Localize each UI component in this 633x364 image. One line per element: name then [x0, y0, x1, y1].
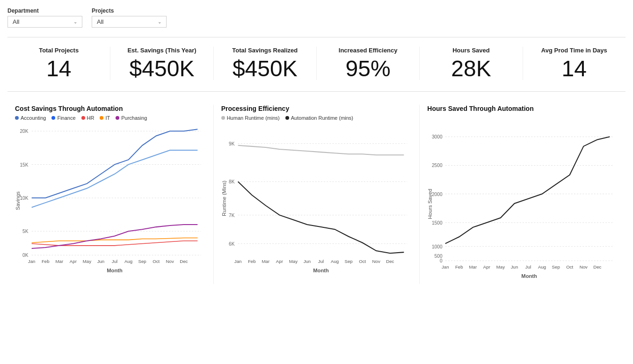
svg-text:Apr: Apr — [276, 259, 283, 264]
svg-text:0: 0 — [440, 258, 443, 263]
kpi-increased-efficiency-label: Increased Efficiency — [339, 47, 398, 54]
svg-text:20K: 20K — [20, 129, 28, 134]
svg-text:Nov: Nov — [580, 264, 588, 269]
finance-dot-icon — [51, 116, 55, 120]
legend-automation-runtime-label: Automation Runtime (mins) — [291, 115, 353, 121]
kpi-total-savings-realized-label: Total Savings Realized — [232, 47, 298, 54]
svg-text:Runtime (Mins): Runtime (Mins) — [221, 181, 227, 216]
dashboard: Department All ⌄ Projects All ⌄ Total Pr… — [0, 0, 633, 364]
kpi-hours-saved-label: Hours Saved — [452, 47, 489, 54]
svg-text:Apr: Apr — [70, 259, 77, 264]
department-select[interactable]: All ⌄ — [7, 16, 82, 28]
svg-text:Jun: Jun — [303, 259, 311, 264]
it-dot-icon — [100, 116, 103, 120]
svg-text:Oct: Oct — [153, 259, 160, 264]
legend-finance: Finance — [51, 115, 75, 121]
projects-label: Projects — [92, 7, 167, 14]
svg-text:May: May — [496, 264, 505, 269]
legend-hr-label: HR — [87, 115, 95, 121]
legend-purchasing: Purchasing — [116, 115, 147, 121]
cost-savings-chart: Cost Savings Through Automation Accounti… — [7, 105, 214, 284]
cost-savings-title: Cost Savings Through Automation — [15, 105, 206, 112]
svg-text:Jun: Jun — [97, 259, 105, 264]
department-filter-group: Department All ⌄ — [7, 7, 82, 28]
kpi-avg-prod-time-value: 14 — [562, 58, 587, 80]
svg-text:Dec: Dec — [386, 259, 394, 264]
projects-chevron-icon: ⌄ — [158, 19, 161, 24]
svg-text:Aug: Aug — [331, 259, 339, 264]
svg-text:0K: 0K — [22, 253, 29, 258]
svg-text:Oct: Oct — [567, 264, 574, 269]
svg-text:Sep: Sep — [138, 259, 146, 264]
svg-text:Apr: Apr — [483, 264, 491, 269]
kpi-hours-saved-value: 28K — [451, 58, 491, 80]
svg-text:9K: 9K — [229, 141, 235, 146]
kpi-est-savings-value: $450K — [130, 58, 195, 80]
accounting-dot-icon — [15, 116, 19, 120]
svg-text:Mar: Mar — [469, 264, 477, 269]
cost-savings-legend: Accounting Finance HR IT Purchasing — [15, 115, 206, 121]
svg-text:Aug: Aug — [538, 264, 546, 269]
svg-text:Mar: Mar — [55, 259, 63, 264]
kpi-increased-efficiency-value: 95% — [346, 58, 391, 80]
filters-row: Department All ⌄ Projects All ⌄ — [7, 7, 626, 28]
svg-text:Month: Month — [107, 268, 123, 273]
svg-text:10K: 10K — [20, 196, 28, 201]
charts-row: Cost Savings Through Automation Accounti… — [7, 105, 626, 284]
svg-text:Feb: Feb — [455, 264, 463, 269]
kpi-hours-saved: Hours Saved 28K — [420, 47, 523, 80]
legend-it-label: IT — [105, 115, 110, 121]
svg-text:15K: 15K — [20, 162, 28, 167]
svg-text:Month: Month — [522, 273, 538, 279]
svg-text:Month: Month — [313, 268, 329, 273]
legend-human-runtime: Human Runtime (mins) — [221, 115, 280, 121]
svg-text:Feb: Feb — [248, 259, 256, 264]
svg-text:May: May — [83, 259, 91, 264]
legend-accounting: Accounting — [15, 115, 46, 121]
svg-text:Jul: Jul — [112, 259, 117, 264]
svg-text:Jul: Jul — [318, 259, 323, 264]
kpi-total-savings-realized: Total Savings Realized $450K — [214, 47, 317, 80]
legend-human-runtime-label: Human Runtime (mins) — [227, 115, 280, 121]
svg-text:Sep: Sep — [344, 259, 352, 264]
kpi-est-savings-label: Est. Savings (This Year) — [127, 47, 196, 54]
svg-text:1000: 1000 — [432, 244, 443, 249]
svg-text:5K: 5K — [22, 229, 29, 234]
svg-text:Sep: Sep — [552, 264, 560, 269]
legend-finance-label: Finance — [57, 115, 75, 121]
legend-accounting-label: Accounting — [21, 115, 46, 121]
svg-text:2500: 2500 — [432, 163, 443, 168]
processing-efficiency-chart: Processing Efficiency Human Runtime (min… — [214, 105, 420, 284]
purchasing-dot-icon — [116, 116, 119, 120]
svg-text:1500: 1500 — [432, 220, 443, 226]
department-chevron-icon: ⌄ — [73, 19, 77, 24]
processing-efficiency-chart-area: 9K 8K 7K 6K Runtime (Mins) — [221, 124, 412, 278]
projects-value: All — [97, 18, 103, 25]
legend-automation-runtime: Automation Runtime (mins) — [285, 115, 353, 121]
kpi-row: Total Projects 14 Est. Savings (This Yea… — [7, 37, 626, 92]
svg-text:Dec: Dec — [180, 259, 188, 264]
legend-purchasing-label: Purchasing — [121, 115, 147, 121]
projects-select[interactable]: All ⌄ — [92, 16, 167, 28]
hours-saved-title: Hours Saved Through Automation — [427, 105, 618, 112]
human-runtime-dot-icon — [221, 116, 225, 120]
svg-text:7K: 7K — [229, 213, 235, 218]
hours-saved-legend — [427, 115, 618, 126]
svg-text:Jun: Jun — [511, 264, 518, 269]
svg-text:Nov: Nov — [372, 259, 380, 264]
svg-text:Savings: Savings — [15, 191, 21, 210]
svg-text:May: May — [289, 259, 297, 264]
department-value: All — [13, 18, 19, 25]
kpi-total-projects-value: 14 — [46, 58, 71, 80]
svg-text:Mar: Mar — [262, 259, 269, 264]
cost-savings-chart-area: 20K 15K 10K 5K 0K Savings — [15, 124, 206, 278]
hours-saved-svg: 3000 2500 2000 1500 1000 500 0 — [427, 130, 618, 283]
kpi-total-projects-label: Total Projects — [39, 47, 79, 54]
svg-text:Jul: Jul — [525, 264, 531, 269]
automation-runtime-dot-icon — [285, 116, 289, 120]
hr-dot-icon — [81, 116, 85, 120]
legend-hr: HR — [81, 115, 95, 121]
kpi-est-savings: Est. Savings (This Year) $450K — [110, 47, 213, 80]
cost-savings-svg: 20K 15K 10K 5K 0K Savings — [15, 124, 206, 277]
svg-text:2000: 2000 — [432, 192, 443, 197]
